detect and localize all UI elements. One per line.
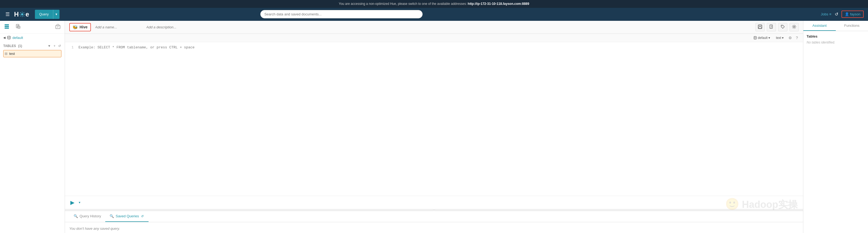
run-dropdown-button[interactable]: ▾ xyxy=(78,199,82,205)
tag-button[interactable] xyxy=(778,23,787,31)
save-document-button[interactable] xyxy=(755,23,765,31)
assistant-tab-label: Assistant xyxy=(812,24,827,28)
logo-ue: e xyxy=(25,10,29,18)
svg-rect-9 xyxy=(759,25,761,26)
db-dropdown-arrow: ▾ xyxy=(768,36,770,40)
jobs-label: Jobs xyxy=(821,12,828,16)
new-doc-icon xyxy=(769,25,774,29)
saved-queries-refresh-button[interactable]: ↺ xyxy=(141,214,144,219)
document-description-input[interactable] xyxy=(145,25,752,29)
database-dropdown-button[interactable]: default ▾ xyxy=(751,35,772,41)
search-input[interactable] xyxy=(260,10,423,19)
empty-queries-message: You don't have any saved query. xyxy=(69,227,120,231)
query-button[interactable]: Query xyxy=(35,10,53,19)
assistant-tables-empty: No tables identified. xyxy=(807,40,865,44)
query-history-label: Query History xyxy=(80,214,101,218)
hamburger-button[interactable]: ☰ xyxy=(4,10,11,19)
database-icon xyxy=(7,36,11,39)
right-panel-tabs: Assistant Functions xyxy=(803,21,868,31)
editor-toolbar: 🐝 Hive xyxy=(65,21,803,34)
svg-point-7 xyxy=(7,36,10,37)
hive-editor-badge[interactable]: 🐝 Hive xyxy=(69,23,91,31)
format-dropdown-button[interactable]: text ▾ xyxy=(774,35,785,41)
sidebar-icon-tables[interactable] xyxy=(3,23,10,31)
user-button[interactable]: 👤 fayson xyxy=(841,10,864,18)
sidebar-icon-shared[interactable] xyxy=(54,23,61,31)
sidebar-icon-row xyxy=(0,21,65,34)
run-button[interactable]: ▶ xyxy=(69,198,75,207)
header-right: Jobs ≡ ↺ 👤 fayson xyxy=(821,10,864,18)
format-label: text xyxy=(776,36,781,40)
banner-text-normal: You are accessing a non-optimized Hue, p… xyxy=(339,2,468,6)
tables-section: Tables (1) ▼ + ↺ ⊞ test xyxy=(0,42,65,57)
document-name-input[interactable] xyxy=(94,25,142,29)
new-document-button[interactable] xyxy=(767,23,776,31)
logo-gear-icon xyxy=(19,11,25,17)
editor-settings-bar: default ▾ text ▾ ⚙ ? xyxy=(65,34,803,42)
db-arrow-icon: ◀ xyxy=(3,36,5,39)
hive-label: Hive xyxy=(80,25,88,29)
svg-rect-2 xyxy=(5,26,9,27)
tables-add-button[interactable]: + xyxy=(53,43,56,48)
tab-query-history[interactable]: 🔍 Query History xyxy=(69,211,105,221)
search-bar-container xyxy=(260,10,423,19)
sidebar-icon-docs[interactable] xyxy=(14,23,22,31)
banner-text-bold: http://ip-172-31-10-118.fayson.com:8889 xyxy=(468,2,529,6)
database-name: default xyxy=(12,36,23,40)
user-label: fayson xyxy=(850,12,861,16)
bottom-tabs: 🔍 Query History 🔍 Saved Queries ↺ xyxy=(65,211,803,222)
user-icon: 👤 xyxy=(845,12,849,16)
bottom-section: 🔍 Query History 🔍 Saved Queries ↺ You do… xyxy=(65,210,803,233)
app-logo: H e xyxy=(14,10,30,18)
hive-bee-icon: 🐝 xyxy=(72,25,78,30)
svg-point-14 xyxy=(754,36,756,37)
tab-functions[interactable]: Functions xyxy=(836,21,868,31)
svg-rect-6 xyxy=(56,25,60,29)
table-grid-icon: ⊞ xyxy=(5,52,7,56)
assistant-tables-title: Tables xyxy=(807,34,865,38)
left-sidebar: ◀ default Tables (1) ▼ + ↺ ⊞ test xyxy=(0,21,65,233)
svg-rect-3 xyxy=(5,28,9,29)
gear-settings-button[interactable]: ⚙ xyxy=(788,35,793,41)
functions-tab-label: Functions xyxy=(844,24,859,28)
tab-assistant[interactable]: Assistant xyxy=(803,21,836,31)
editor-area: 🐝 Hive xyxy=(65,21,803,233)
saved-queries-icon: 🔍 xyxy=(110,214,114,218)
help-button[interactable]: ? xyxy=(795,35,799,41)
format-arrow: ▾ xyxy=(782,36,783,40)
svg-point-12 xyxy=(782,26,782,26)
table-item[interactable]: ⊞ test xyxy=(3,50,61,57)
query-history-icon: 🔍 xyxy=(73,214,78,218)
right-panel-content: Tables No tables identified. xyxy=(803,31,868,47)
toolbar-right-icons xyxy=(755,23,799,31)
tables-header-left: Tables (1) xyxy=(3,44,22,48)
tables-refresh-button[interactable]: ↺ xyxy=(58,43,61,48)
header-bar: ☰ H e Query ▾ Jobs ≡ ↺ 👤 fayson xyxy=(0,8,868,21)
database-selector[interactable]: ◀ default xyxy=(0,34,65,42)
tables-filter-button[interactable]: ▼ xyxy=(47,43,52,48)
logo-h: H xyxy=(14,10,19,18)
code-editor-textarea[interactable] xyxy=(65,42,803,196)
jobs-link[interactable]: Jobs ≡ xyxy=(821,12,832,16)
svg-rect-5 xyxy=(18,26,20,28)
svg-rect-1 xyxy=(5,24,9,25)
tables-label: Tables xyxy=(3,44,16,48)
editor-settings-button[interactable] xyxy=(789,23,799,31)
tab-saved-queries[interactable]: 🔍 Saved Queries ↺ xyxy=(105,211,149,222)
bottom-content: You don't have any saved query. xyxy=(65,222,803,233)
svg-point-0 xyxy=(21,13,23,15)
saved-queries-label: Saved Queries xyxy=(116,214,139,218)
svg-point-13 xyxy=(794,26,795,27)
tables-header: Tables (1) ▼ + ↺ xyxy=(3,42,61,50)
db-small-icon xyxy=(753,36,757,40)
save-icon xyxy=(758,25,762,29)
query-dropdown-button[interactable]: ▾ xyxy=(53,10,60,19)
tables-header-actions: ▼ + ↺ xyxy=(47,43,61,48)
tag-icon xyxy=(781,25,785,29)
main-layout: ◀ default Tables (1) ▼ + ↺ ⊞ test xyxy=(0,21,868,233)
editor-settings-icon xyxy=(792,25,796,29)
db-dropdown-label: default xyxy=(758,36,768,40)
refresh-button[interactable]: ↺ xyxy=(835,12,838,17)
table-name: test xyxy=(9,52,15,56)
query-button-group: Query ▾ xyxy=(35,10,60,19)
